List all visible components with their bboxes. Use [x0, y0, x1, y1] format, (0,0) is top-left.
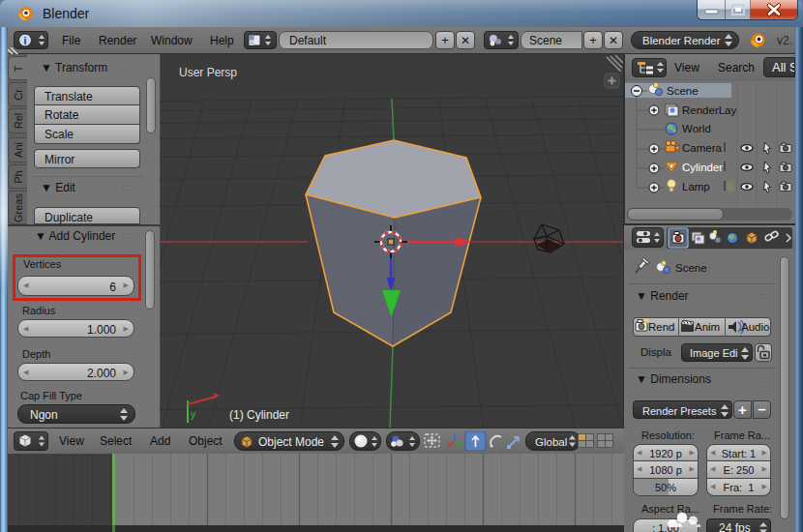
svg-text:Scene: Scene	[667, 85, 699, 97]
svg-text:i: i	[23, 35, 26, 46]
svg-text:(1) Cylinder: (1) Cylinder	[229, 408, 289, 422]
svg-text:Rend: Rend	[648, 321, 675, 333]
svg-text:Lamp: Lamp	[682, 181, 710, 192]
svg-text:User Persp: User Persp	[179, 66, 237, 79]
svg-text:Anim: Anim	[695, 321, 720, 333]
svg-text:RenderLay: RenderLay	[682, 104, 737, 116]
svg-text:World: World	[682, 123, 711, 134]
svg-text:Scene: Scene	[675, 262, 707, 274]
svg-text:Audio: Audio	[741, 321, 769, 333]
svg-text:Camera: Camera	[682, 142, 723, 154]
svg-text:Cylinder: Cylinder	[682, 162, 723, 173]
svg-text:y: y	[191, 409, 195, 420]
